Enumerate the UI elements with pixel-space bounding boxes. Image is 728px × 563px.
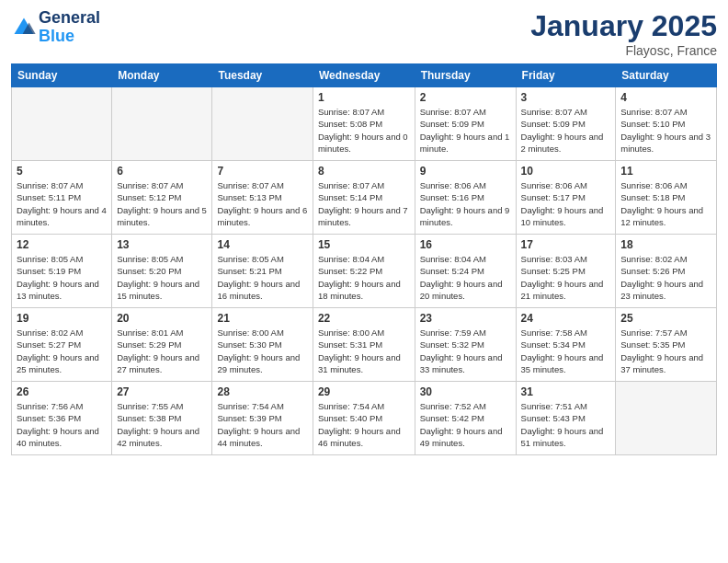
- day-info: Sunrise: 8:07 AM Sunset: 5:11 PM Dayligh…: [17, 179, 107, 228]
- day-cell: [212, 87, 313, 161]
- day-cell: 17Sunrise: 8:03 AM Sunset: 5:25 PM Dayli…: [516, 235, 616, 308]
- day-info: Sunrise: 8:06 AM Sunset: 5:18 PM Dayligh…: [620, 179, 711, 228]
- day-number: 22: [318, 312, 410, 325]
- day-info: Sunrise: 8:05 AM Sunset: 5:21 PM Dayligh…: [217, 253, 307, 302]
- day-info: Sunrise: 8:04 AM Sunset: 5:22 PM Dayligh…: [318, 253, 410, 302]
- day-number: 1: [318, 91, 410, 104]
- header: General Blue January 2025 Flayosc, Franc…: [11, 9, 717, 58]
- day-number: 6: [117, 165, 207, 178]
- day-cell: 19Sunrise: 8:02 AM Sunset: 5:27 PM Dayli…: [12, 308, 112, 382]
- day-info: Sunrise: 8:07 AM Sunset: 5:09 PM Dayligh…: [420, 106, 511, 155]
- day-number: 9: [420, 165, 511, 178]
- day-number: 23: [420, 312, 511, 325]
- day-cell: 2Sunrise: 8:07 AM Sunset: 5:09 PM Daylig…: [415, 87, 516, 161]
- day-cell: 29Sunrise: 7:54 AM Sunset: 5:40 PM Dayli…: [313, 382, 415, 455]
- day-cell: 13Sunrise: 8:05 AM Sunset: 5:20 PM Dayli…: [112, 235, 212, 308]
- day-number: 28: [217, 385, 307, 398]
- day-info: Sunrise: 8:00 AM Sunset: 5:31 PM Dayligh…: [318, 327, 410, 375]
- calendar-header-row: SundayMondayTuesdayWednesdayThursdayFrid…: [12, 64, 717, 87]
- day-number: 21: [217, 312, 307, 325]
- day-cell: 8Sunrise: 8:07 AM Sunset: 5:14 PM Daylig…: [313, 161, 415, 235]
- day-cell: 18Sunrise: 8:02 AM Sunset: 5:26 PM Dayli…: [616, 235, 717, 308]
- day-info: Sunrise: 8:05 AM Sunset: 5:20 PM Dayligh…: [117, 253, 207, 302]
- day-info: Sunrise: 8:03 AM Sunset: 5:25 PM Dayligh…: [521, 253, 611, 302]
- day-info: Sunrise: 8:07 AM Sunset: 5:08 PM Dayligh…: [318, 106, 410, 155]
- week-row-1: 1Sunrise: 8:07 AM Sunset: 5:08 PM Daylig…: [12, 87, 717, 161]
- day-number: 18: [620, 238, 711, 251]
- day-number: 19: [17, 312, 107, 325]
- month-title: January 2025: [530, 9, 717, 43]
- day-cell: 16Sunrise: 8:04 AM Sunset: 5:24 PM Dayli…: [415, 235, 516, 308]
- logo-line2: Blue: [39, 27, 74, 45]
- day-cell: 25Sunrise: 7:57 AM Sunset: 5:35 PM Dayli…: [616, 308, 717, 382]
- day-cell: 27Sunrise: 7:55 AM Sunset: 5:38 PM Dayli…: [112, 382, 212, 455]
- day-info: Sunrise: 7:57 AM Sunset: 5:35 PM Dayligh…: [620, 327, 711, 375]
- day-cell: 6Sunrise: 8:07 AM Sunset: 5:12 PM Daylig…: [112, 161, 212, 235]
- day-number: 12: [17, 238, 107, 251]
- day-header-wednesday: Wednesday: [313, 64, 415, 87]
- day-number: 5: [17, 165, 107, 178]
- day-number: 14: [217, 238, 307, 251]
- day-cell: 5Sunrise: 8:07 AM Sunset: 5:11 PM Daylig…: [12, 161, 112, 235]
- day-info: Sunrise: 8:07 AM Sunset: 5:09 PM Dayligh…: [521, 106, 611, 155]
- day-number: 15: [318, 238, 410, 251]
- title-block: January 2025 Flayosc, France: [530, 9, 717, 58]
- location: Flayosc, France: [530, 43, 717, 58]
- day-header-tuesday: Tuesday: [212, 64, 313, 87]
- day-cell: 21Sunrise: 8:00 AM Sunset: 5:30 PM Dayli…: [212, 308, 313, 382]
- calendar: SundayMondayTuesdayWednesdayThursdayFrid…: [11, 63, 717, 455]
- day-header-monday: Monday: [112, 64, 212, 87]
- day-number: 13: [117, 238, 207, 251]
- day-info: Sunrise: 8:01 AM Sunset: 5:29 PM Dayligh…: [117, 327, 207, 375]
- week-row-3: 12Sunrise: 8:05 AM Sunset: 5:19 PM Dayli…: [12, 235, 717, 308]
- day-info: Sunrise: 7:52 AM Sunset: 5:42 PM Dayligh…: [420, 400, 511, 449]
- day-number: 20: [117, 312, 207, 325]
- day-number: 30: [420, 385, 511, 398]
- day-number: 11: [620, 165, 711, 178]
- day-number: 25: [620, 312, 711, 325]
- day-number: 7: [217, 165, 307, 178]
- day-cell: [616, 382, 717, 455]
- day-number: 10: [521, 165, 611, 178]
- day-info: Sunrise: 8:02 AM Sunset: 5:26 PM Dayligh…: [620, 253, 711, 302]
- day-number: 24: [521, 312, 611, 325]
- day-info: Sunrise: 8:06 AM Sunset: 5:16 PM Dayligh…: [420, 179, 511, 228]
- page: General Blue January 2025 Flayosc, Franc…: [0, 0, 728, 563]
- day-info: Sunrise: 7:51 AM Sunset: 5:43 PM Dayligh…: [521, 400, 611, 449]
- day-cell: 12Sunrise: 8:05 AM Sunset: 5:19 PM Dayli…: [12, 235, 112, 308]
- day-info: Sunrise: 7:56 AM Sunset: 5:36 PM Dayligh…: [17, 400, 107, 449]
- day-cell: 28Sunrise: 7:54 AM Sunset: 5:39 PM Dayli…: [212, 382, 313, 455]
- day-number: 29: [318, 385, 410, 398]
- week-row-2: 5Sunrise: 8:07 AM Sunset: 5:11 PM Daylig…: [12, 161, 717, 235]
- day-cell: 3Sunrise: 8:07 AM Sunset: 5:09 PM Daylig…: [516, 87, 616, 161]
- day-number: 26: [17, 385, 107, 398]
- day-number: 31: [521, 385, 611, 398]
- day-number: 3: [521, 91, 611, 104]
- day-info: Sunrise: 8:07 AM Sunset: 5:10 PM Dayligh…: [620, 106, 711, 155]
- day-cell: 10Sunrise: 8:06 AM Sunset: 5:17 PM Dayli…: [516, 161, 616, 235]
- day-cell: 20Sunrise: 8:01 AM Sunset: 5:29 PM Dayli…: [112, 308, 212, 382]
- day-info: Sunrise: 8:06 AM Sunset: 5:17 PM Dayligh…: [521, 179, 611, 228]
- day-info: Sunrise: 7:58 AM Sunset: 5:34 PM Dayligh…: [521, 327, 611, 375]
- logo-text: General Blue: [39, 9, 100, 46]
- day-header-friday: Friday: [516, 64, 616, 87]
- day-cell: 1Sunrise: 8:07 AM Sunset: 5:08 PM Daylig…: [313, 87, 415, 161]
- day-info: Sunrise: 8:05 AM Sunset: 5:19 PM Dayligh…: [17, 253, 107, 302]
- day-number: 8: [318, 165, 410, 178]
- day-cell: 23Sunrise: 7:59 AM Sunset: 5:32 PM Dayli…: [415, 308, 516, 382]
- day-cell: 24Sunrise: 7:58 AM Sunset: 5:34 PM Dayli…: [516, 308, 616, 382]
- day-header-sunday: Sunday: [12, 64, 112, 87]
- day-cell: 4Sunrise: 8:07 AM Sunset: 5:10 PM Daylig…: [616, 87, 717, 161]
- day-cell: 26Sunrise: 7:56 AM Sunset: 5:36 PM Dayli…: [12, 382, 112, 455]
- day-info: Sunrise: 7:59 AM Sunset: 5:32 PM Dayligh…: [420, 327, 511, 375]
- day-cell: 9Sunrise: 8:06 AM Sunset: 5:16 PM Daylig…: [415, 161, 516, 235]
- day-info: Sunrise: 8:07 AM Sunset: 5:12 PM Dayligh…: [117, 179, 207, 228]
- logo-icon: [11, 15, 37, 40]
- day-number: 17: [521, 238, 611, 251]
- week-row-4: 19Sunrise: 8:02 AM Sunset: 5:27 PM Dayli…: [12, 308, 717, 382]
- day-number: 16: [420, 238, 511, 251]
- logo: General Blue: [11, 9, 100, 46]
- day-info: Sunrise: 8:07 AM Sunset: 5:14 PM Dayligh…: [318, 179, 410, 228]
- day-info: Sunrise: 8:04 AM Sunset: 5:24 PM Dayligh…: [420, 253, 511, 302]
- day-cell: 15Sunrise: 8:04 AM Sunset: 5:22 PM Dayli…: [313, 235, 415, 308]
